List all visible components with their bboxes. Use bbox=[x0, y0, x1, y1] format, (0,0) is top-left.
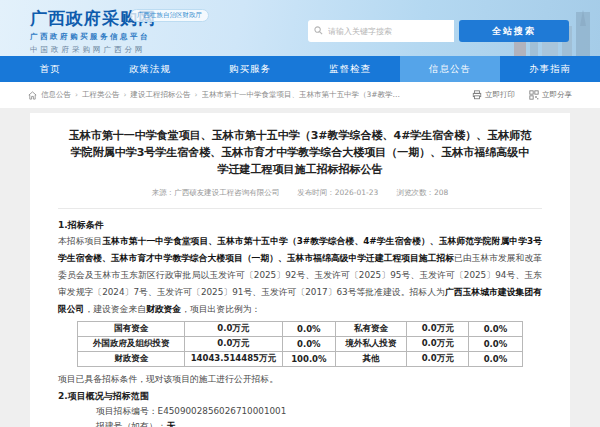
breadcrumb-item-announcements[interactable]: 信息公告 bbox=[41, 90, 82, 100]
fund-source-bold: 财政资金 bbox=[146, 304, 181, 314]
site-subnetwork: 中国政府采购网广西分网 bbox=[30, 45, 156, 55]
section1-paragraph: 本招标项目玉林市第十一中学食堂项目、玉林市第十五中学（3#教学综合楼、4#学生宿… bbox=[58, 233, 542, 318]
section2-heading: 2.项目概况与招标范围 bbox=[58, 388, 542, 404]
table-row: 财政资金 14043.514485万元 100.0% 其他 0.0万元 0.0% bbox=[78, 352, 522, 367]
share-button[interactable]: 立即分享 bbox=[529, 90, 572, 100]
breadcrumb-item-engineering[interactable]: 工程类公告 bbox=[82, 90, 131, 100]
nav-item-policies[interactable]: 政策法规 bbox=[100, 56, 200, 82]
article-title: 玉林市第十一中学食堂项目、玉林市第十五中学（3#教学综合楼、4#学生宿舍楼）、玉… bbox=[58, 127, 542, 178]
print-button[interactable]: 立即打印 bbox=[472, 90, 515, 100]
meta-publish-date: 发布时间：2026-01-23 bbox=[297, 188, 378, 198]
para-suffix: ，项目出资比例为： bbox=[181, 304, 260, 314]
breadcrumb-item-construction-tender[interactable]: 建设工程招标公告 bbox=[131, 90, 202, 100]
home-icon[interactable] bbox=[28, 91, 37, 100]
tender-number-value: E4509002856026710001001 bbox=[158, 406, 287, 416]
main-content: 玉林市第十一中学食堂项目、玉林市第十五中学（3#教学综合楼、4#学生宿舍楼）、玉… bbox=[0, 108, 600, 427]
meta-view-count: 浏览次数：208 bbox=[396, 188, 448, 198]
cell-foreign-gov: 外国政府及组织投资 bbox=[78, 337, 185, 352]
filing-number-line: 报建号（如有）：无 bbox=[58, 419, 542, 427]
tender-number-line: 项目招标编号：E4509002856026710001001 bbox=[58, 404, 542, 419]
print-icon bbox=[472, 90, 482, 100]
meta-source: 来源：广西硕友建设工程咨询有限公司 bbox=[152, 188, 280, 198]
site-search: 全站搜索 bbox=[308, 20, 569, 42]
para-fund: ，建设资金来自 bbox=[84, 304, 146, 314]
main-nav: 首页 政策法规 购买服务 监督检查 信息公告 办事指南 bbox=[0, 56, 600, 82]
cell-private-funds: 私有资金 bbox=[336, 322, 407, 337]
tender-number-label: 项目招标编号： bbox=[96, 406, 158, 416]
filing-number-value: 无 bbox=[166, 421, 175, 427]
funding-ratio-table: 国有资金 0.0万元 0.0% 私有资金 0.0万元 0.0% 外国政府及组织投… bbox=[77, 321, 522, 367]
table-row: 国有资金 0.0万元 0.0% 私有资金 0.0万元 0.0% bbox=[78, 322, 522, 337]
cell-overseas-private: 境外私人投资 bbox=[336, 337, 407, 352]
share-label: 立即分享 bbox=[542, 90, 572, 100]
nav-item-home[interactable]: 首页 bbox=[0, 56, 100, 82]
breadcrumb: 信息公告 工程类公告 建设工程招标公告 玉林市第十一中学食堂项目、玉林市第十五中… bbox=[0, 82, 600, 108]
section1-closing: 项目已具备招标条件，现对该项目的施工进行公开招标。 bbox=[58, 371, 542, 388]
nav-item-purchase-services[interactable]: 购买服务 bbox=[200, 56, 300, 82]
site-header: 广西政府采购网 广西政府购买服务信息平台 中国政府采购网广西分网 广西壮族自治区… bbox=[0, 0, 600, 56]
divider bbox=[58, 208, 542, 209]
para-prefix: 本招标项目 bbox=[58, 236, 102, 246]
search-button[interactable]: 全站搜索 bbox=[459, 20, 569, 42]
section1-heading: 1.招标条件 bbox=[58, 217, 542, 233]
site-subtitle: 广西政府购买服务信息平台 bbox=[30, 32, 156, 42]
cell-other: 其他 bbox=[336, 352, 407, 367]
search-input[interactable] bbox=[308, 20, 454, 42]
table-row: 外国政府及组织投资 0.0万元 0.0% 境外私人投资 0.0万元 0.0% bbox=[78, 337, 522, 352]
nav-item-supervision[interactable]: 监督检查 bbox=[300, 56, 400, 82]
breadcrumb-item-current: 玉林市第十一中学食堂项目、玉林市第十五中学（3#教学综合楼、4#学生宿舍楼）、玉… bbox=[202, 90, 407, 100]
cell-state-funds: 国有资金 bbox=[78, 322, 185, 337]
print-label: 立即打印 bbox=[485, 90, 515, 100]
cell-fiscal-funds: 财政资金 bbox=[78, 352, 185, 367]
article-meta: 来源：广西硕友建设工程咨询有限公司 发布时间：2026-01-23 浏览次数：2… bbox=[58, 188, 542, 198]
nav-item-announcements[interactable]: 信息公告 bbox=[400, 56, 500, 82]
qr-share-icon bbox=[529, 90, 539, 100]
filing-number-label: 报建号（如有）： bbox=[96, 421, 166, 427]
nav-item-guide[interactable]: 办事指南 bbox=[500, 56, 600, 82]
authority-badge: 广西壮族自治区财政厅 bbox=[130, 9, 209, 22]
search-icon bbox=[314, 26, 323, 35]
article-card: 玉林市第十一中学食堂项目、玉林市第十五中学（3#教学综合楼、4#学生宿舍楼）、玉… bbox=[30, 113, 570, 427]
